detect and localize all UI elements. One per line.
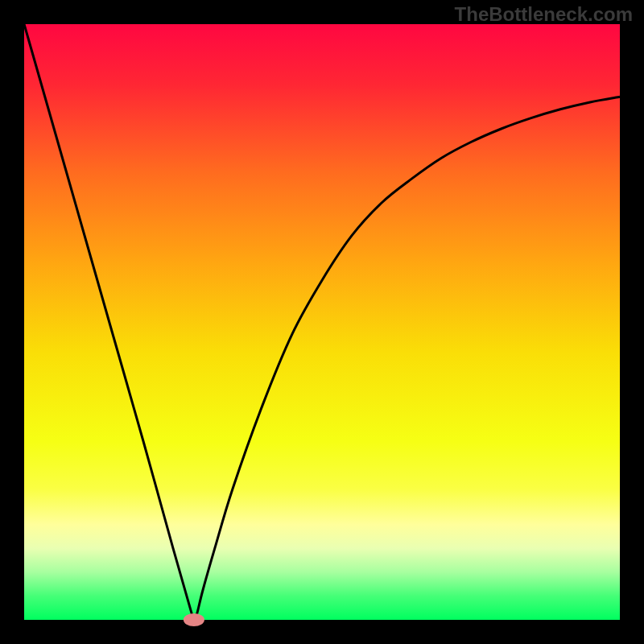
gradient-background	[24, 24, 620, 620]
frame-bottom	[0, 620, 644, 644]
bottleneck-curve-chart	[0, 0, 644, 644]
minimum-marker	[184, 613, 204, 626]
frame-left	[0, 0, 24, 644]
watermark-text: TheBottleneck.com	[455, 3, 633, 26]
chart-container: TheBottleneck.com	[0, 0, 644, 644]
frame-right	[620, 0, 644, 644]
